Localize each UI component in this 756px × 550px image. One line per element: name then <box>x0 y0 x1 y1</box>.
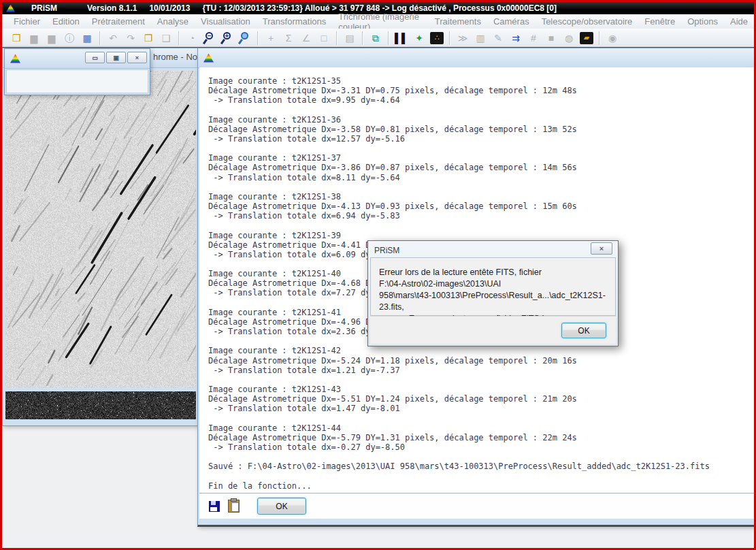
toolbar-separator <box>388 31 389 45</box>
noise-strip-image[interactable] <box>5 391 196 419</box>
toolbar-separator <box>362 31 363 45</box>
sphere-icon[interactable]: ◍ <box>561 30 577 46</box>
console-window-title-bar[interactable] <box>198 48 755 68</box>
photometry-icon[interactable]: ✎ <box>490 30 506 46</box>
menu-traitements[interactable]: Traitements <box>429 16 487 27</box>
levels-icon[interactable]: ▌▌ <box>393 30 410 46</box>
image-window-body <box>3 68 197 422</box>
toolbar-separator <box>336 31 338 45</box>
toolbar-separator <box>178 31 180 45</box>
duplicate-icon[interactable]: ❑ <box>158 30 174 46</box>
pan-view-icon[interactable]: ◔ <box>184 30 200 46</box>
menu-options[interactable]: Options <box>681 16 724 27</box>
save-icon[interactable]: ▆ <box>26 30 42 46</box>
restore-icon[interactable]: ▣ <box>106 52 126 63</box>
dialog-title-bar[interactable]: PRiSM <box>370 243 616 257</box>
grid-icon[interactable]: # <box>525 30 542 46</box>
main-toolbar: ❒▆▆ⓘ▦↶↷❐❑◔–++Σ∠□▤⧉▌▌✦∴≫▥✎⇉#■◍▰◉ <box>2 29 754 47</box>
menu-bar: FichierEditionPrétraitementAnalyseVisual… <box>2 14 754 29</box>
menu-transformations[interactable]: Transformations <box>257 16 332 27</box>
prism-logo-icon <box>6 5 15 12</box>
toolbar-separator <box>257 31 259 45</box>
undo-icon[interactable]: ↶ <box>105 30 121 46</box>
prism-window-icon <box>10 54 20 63</box>
toolbar-separator <box>99 31 101 45</box>
menu-fenetre[interactable]: Fenêtre <box>638 16 681 27</box>
small-window-caption-buttons: ▭ ▣ × <box>84 52 147 63</box>
dialog-ok-button[interactable]: OK <box>561 323 606 338</box>
copy-image-icon[interactable]: ⧉ <box>367 30 384 46</box>
stats-icon[interactable]: ▥ <box>472 30 489 46</box>
blink-icon[interactable]: ≫ <box>455 30 471 46</box>
app-name: PRiSM <box>31 3 57 13</box>
menu-pretraitement[interactable]: Prétraitement <box>86 16 151 27</box>
menu-visualisation[interactable]: Visualisation <box>195 16 257 27</box>
image-window: hrome - Non <box>2 48 198 426</box>
small-empty-window: ▭ ▣ × <box>4 48 150 95</box>
open-image-icon[interactable]: ❒ <box>8 30 24 46</box>
filmstrip-icon[interactable]: ▰ <box>580 32 593 44</box>
menu-edition[interactable]: Edition <box>46 16 86 27</box>
zoom-in-icon[interactable]: + <box>220 31 235 46</box>
webcam-icon[interactable]: ◉ <box>604 30 621 46</box>
histogram-window-icon[interactable]: ▤ <box>342 30 358 46</box>
minimize-icon[interactable]: ▭ <box>85 52 105 63</box>
dialog-title-text: PRiSM <box>374 246 399 255</box>
copy-to-clipboard-icon[interactable] <box>228 500 240 513</box>
small-window-content <box>6 69 148 93</box>
app-version: Version 8.1.1 <box>87 3 137 13</box>
dialog-body: Erreur lors de la lecture entête FITS, f… <box>370 257 616 316</box>
console-ok-button[interactable]: OK <box>257 498 306 515</box>
menu-fichier[interactable]: Fichier <box>7 16 46 27</box>
image-window-title-text: hrome - Non <box>153 52 202 62</box>
save-all-icon[interactable]: ▆ <box>44 30 60 46</box>
star-trails-image[interactable] <box>5 71 196 388</box>
menu-analyse[interactable]: Analyse <box>151 16 195 27</box>
toolbar-separator <box>449 31 450 45</box>
dialog-close-icon[interactable]: × <box>591 242 612 255</box>
copy-icon[interactable]: ❐ <box>140 30 157 46</box>
dialog-footer: OK <box>370 316 616 344</box>
batch-list-icon[interactable]: ⇉ <box>508 30 524 46</box>
zoom-window-icon[interactable] <box>237 31 252 46</box>
app-date: 10/01/2013 <box>149 3 190 13</box>
console-footer: OK <box>199 493 754 519</box>
menu-cameras[interactable]: Caméras <box>487 16 536 27</box>
save-log-icon[interactable] <box>209 501 220 512</box>
selection-icon[interactable]: □ <box>316 30 332 46</box>
toolbar-separator <box>599 31 600 45</box>
prism-application-window: PRiSM Version 8.1.1 10/01/2013 {TU : 12/… <box>0 0 756 550</box>
redo-icon[interactable]: ↷ <box>122 30 139 46</box>
sum-icon[interactable]: Σ <box>280 30 297 46</box>
prism-window-icon <box>203 54 214 63</box>
error-dialog: PRiSM × Erreur lors de la lecture entête… <box>367 240 619 346</box>
menu-aide[interactable]: Aide <box>724 16 754 27</box>
crosshair-icon[interactable]: + <box>263 30 279 46</box>
comet-icon[interactable]: ✦ <box>411 30 427 46</box>
info-icon[interactable]: ⓘ <box>61 30 78 46</box>
profile-icon[interactable]: ∠ <box>298 30 314 46</box>
close-icon[interactable]: × <box>127 52 147 63</box>
mask-icon[interactable]: ■ <box>543 30 559 46</box>
small-window-title-bar[interactable]: ▭ ▣ × <box>5 49 150 69</box>
fits-header-icon[interactable]: ▦ <box>79 30 95 46</box>
star-map-icon[interactable]: ∴ <box>430 32 444 44</box>
menu-telescope-observatoire[interactable]: Telescope/observatoire <box>536 16 639 27</box>
zoom-out-icon[interactable]: – <box>202 31 217 46</box>
